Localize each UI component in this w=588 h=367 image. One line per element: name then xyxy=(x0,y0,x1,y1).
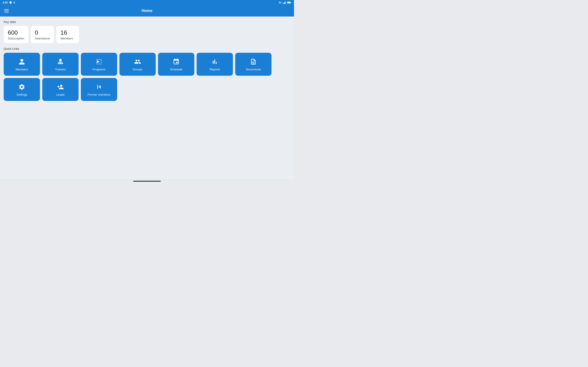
main-content: Key stats 600 Subscription 0 Attendance … xyxy=(0,17,294,179)
page-title: Home xyxy=(141,8,152,13)
trainers-button[interactable]: Trainers xyxy=(42,53,78,76)
programs-icon xyxy=(95,58,103,66)
subscription-label: Subscription xyxy=(8,37,24,40)
shield-icon xyxy=(9,1,12,4)
quick-links-row-2: Settings Leads Former members xyxy=(4,78,290,101)
subscription-value: 600 xyxy=(8,29,24,36)
schedule-icon xyxy=(172,58,180,66)
subscription-card: 600 Subscription xyxy=(4,26,28,43)
reports-button[interactable]: Reports xyxy=(197,53,233,76)
members-button-label: Members xyxy=(16,68,28,71)
leads-icon xyxy=(56,83,65,91)
svg-rect-5 xyxy=(291,2,291,3)
reports-button-label: Reports xyxy=(209,68,220,71)
reports-icon xyxy=(211,58,219,66)
settings-button[interactable]: Settings xyxy=(4,78,40,101)
svg-rect-0 xyxy=(283,3,283,4)
attendance-card: 0 Attendance xyxy=(31,26,54,43)
leads-button-label: Leads xyxy=(56,93,64,96)
hamburger-line-3 xyxy=(4,12,9,12)
status-bar: 6:05 A xyxy=(0,0,294,5)
a-icon: A xyxy=(13,1,15,4)
hamburger-line-2 xyxy=(4,10,9,11)
trainers-icon xyxy=(56,58,65,66)
members-stat-label: Members xyxy=(61,37,75,40)
groups-button[interactable]: Groups xyxy=(120,53,156,76)
trainers-button-label: Trainers xyxy=(55,68,66,71)
settings-button-label: Settings xyxy=(17,93,27,96)
key-stats-label: Key stats xyxy=(4,20,290,24)
attendance-value: 0 xyxy=(35,29,50,36)
members-button[interactable]: Members xyxy=(4,53,40,76)
schedule-button[interactable]: Schedule xyxy=(158,53,194,76)
former-members-button[interactable]: Former members xyxy=(81,78,117,101)
svg-rect-1 xyxy=(284,2,284,4)
signal-icon xyxy=(283,1,286,4)
leads-button[interactable]: Leads xyxy=(42,78,78,101)
programs-button-label: Programs xyxy=(93,68,105,71)
svg-rect-2 xyxy=(284,2,285,4)
former-members-button-label: Former members xyxy=(87,93,111,96)
attendance-label: Attendance xyxy=(35,37,50,40)
quick-links-label: Quick Links xyxy=(4,47,290,50)
former-members-icon xyxy=(95,83,103,91)
members-icon xyxy=(18,58,26,66)
members-value: 16 xyxy=(61,29,75,36)
wifi-icon xyxy=(278,1,282,4)
documents-button-label: Documents xyxy=(246,68,261,71)
groups-button-label: Groups xyxy=(133,68,143,71)
hamburger-button[interactable] xyxy=(3,8,10,13)
programs-button[interactable]: Programs xyxy=(81,53,117,76)
home-indicator xyxy=(133,181,161,182)
hamburger-line-1 xyxy=(4,9,9,10)
settings-icon xyxy=(18,83,26,91)
svg-rect-6 xyxy=(287,2,290,3)
status-right xyxy=(278,1,291,4)
battery-icon xyxy=(287,1,291,4)
stats-row: 600 Subscription 0 Attendance 16 Members xyxy=(4,26,290,43)
members-card: 16 Members xyxy=(56,26,79,43)
top-bar: Home xyxy=(0,5,294,17)
quick-links-row-1: Members Trainers Programs Groups xyxy=(4,53,290,76)
time-display: 6:05 xyxy=(3,1,8,4)
groups-icon xyxy=(133,58,142,66)
documents-icon xyxy=(249,58,258,66)
documents-button[interactable]: Documents xyxy=(235,53,271,76)
svg-rect-3 xyxy=(285,1,285,4)
status-left: 6:05 A xyxy=(3,1,15,4)
schedule-button-label: Schedule xyxy=(170,68,182,71)
